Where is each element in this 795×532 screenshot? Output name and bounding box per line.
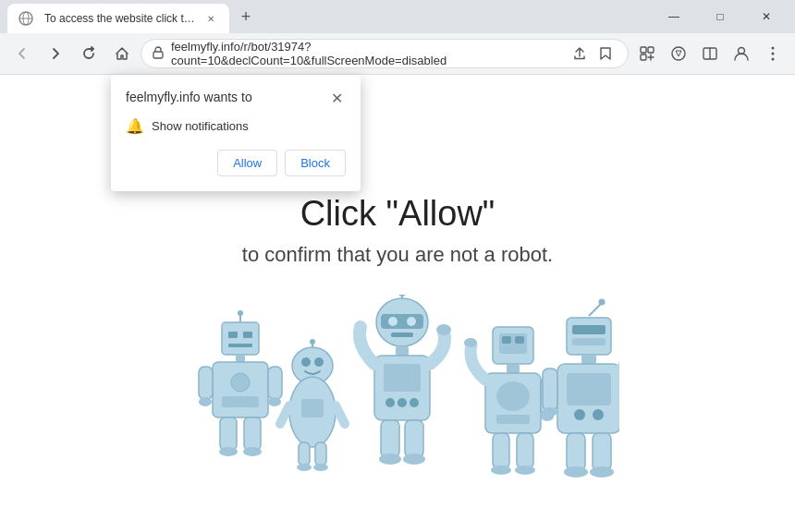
svg-rect-75 bbox=[517, 433, 533, 468]
share-icon[interactable] bbox=[569, 42, 591, 65]
window-controls: — □ ✕ bbox=[653, 2, 788, 31]
svg-rect-30 bbox=[244, 417, 261, 450]
forward-button[interactable] bbox=[41, 39, 70, 68]
svg-point-13 bbox=[772, 58, 775, 61]
svg-rect-4 bbox=[641, 47, 646, 53]
minimize-button[interactable]: — bbox=[653, 2, 695, 31]
tab-title: To access the website click the "/ bbox=[44, 12, 198, 25]
svg-point-58 bbox=[436, 324, 451, 335]
toolbar-icons bbox=[632, 39, 788, 68]
profile-button[interactable] bbox=[727, 39, 756, 68]
tab-close-icon[interactable]: ✕ bbox=[203, 11, 218, 26]
svg-rect-65 bbox=[502, 336, 511, 344]
svg-point-86 bbox=[574, 409, 585, 420]
bookmark-icon[interactable] bbox=[594, 42, 617, 65]
svg-point-61 bbox=[379, 453, 401, 465]
svg-point-56 bbox=[398, 398, 407, 407]
split-screen-icon[interactable] bbox=[695, 39, 725, 68]
page-subheading: to confirm that you are not a robot. bbox=[242, 243, 553, 267]
close-button[interactable]: ✕ bbox=[745, 2, 788, 31]
svg-rect-5 bbox=[648, 47, 654, 53]
popup-close-button[interactable]: ✕ bbox=[327, 90, 346, 108]
notification-popup: feelmyfly.info wants to ✕ 🔔 Show notific… bbox=[111, 75, 361, 191]
svg-point-62 bbox=[403, 453, 425, 465]
svg-point-35 bbox=[301, 357, 311, 367]
svg-point-90 bbox=[543, 407, 557, 417]
address-bar[interactable]: feelmyfly.info/r/bot/31974?count=10&decl… bbox=[141, 39, 629, 68]
svg-point-55 bbox=[385, 398, 395, 407]
svg-rect-19 bbox=[228, 344, 252, 347]
svg-rect-85 bbox=[567, 373, 611, 405]
home-button[interactable] bbox=[107, 39, 137, 68]
svg-rect-89 bbox=[543, 369, 557, 410]
popup-option-text: Show notifications bbox=[152, 119, 249, 133]
chrome-labs-icon[interactable] bbox=[664, 39, 693, 68]
svg-point-94 bbox=[590, 466, 614, 478]
popup-buttons: Allow Block bbox=[126, 150, 346, 176]
svg-point-71 bbox=[464, 338, 477, 347]
svg-rect-92 bbox=[593, 433, 611, 470]
svg-point-77 bbox=[515, 466, 535, 475]
svg-point-22 bbox=[231, 373, 250, 392]
svg-rect-16 bbox=[222, 322, 259, 355]
menu-button[interactable] bbox=[758, 39, 788, 68]
svg-point-46 bbox=[398, 295, 406, 296]
svg-rect-6 bbox=[641, 54, 646, 60]
lock-icon bbox=[153, 46, 164, 62]
page-heading: Click "Allow" bbox=[242, 194, 553, 234]
svg-point-7 bbox=[672, 47, 685, 60]
bell-icon: 🔔 bbox=[126, 117, 144, 135]
browser-tab[interactable]: To access the website click the "/ ✕ bbox=[7, 4, 229, 33]
svg-point-15 bbox=[238, 310, 243, 316]
allow-button[interactable]: Allow bbox=[217, 150, 277, 176]
svg-point-25 bbox=[199, 397, 212, 406]
svg-rect-80 bbox=[567, 318, 611, 355]
omnibox-actions bbox=[569, 42, 617, 65]
svg-rect-17 bbox=[228, 332, 238, 338]
svg-rect-18 bbox=[243, 332, 252, 338]
svg-rect-74 bbox=[493, 433, 509, 468]
svg-point-57 bbox=[410, 398, 419, 407]
title-bar: To access the website click the "/ ✕ + —… bbox=[0, 0, 795, 33]
tab-favicon-icon bbox=[18, 11, 33, 26]
svg-point-69 bbox=[496, 381, 530, 411]
svg-rect-20 bbox=[236, 355, 245, 362]
svg-rect-38 bbox=[301, 399, 324, 417]
svg-point-50 bbox=[407, 317, 416, 326]
back-button[interactable] bbox=[7, 39, 37, 68]
popup-header: feelmyfly.info wants to ✕ bbox=[126, 90, 346, 108]
url-text: feelmyfly.info/r/bot/31974?count=10&decl… bbox=[171, 40, 561, 67]
popup-option: 🔔 Show notifications bbox=[126, 117, 346, 135]
svg-rect-26 bbox=[268, 367, 282, 399]
block-button[interactable]: Block bbox=[285, 150, 346, 176]
maximize-button[interactable]: □ bbox=[699, 2, 741, 31]
extensions-button[interactable] bbox=[632, 39, 662, 68]
main-content: Click "Allow" to confirm that you are no… bbox=[242, 194, 553, 267]
svg-rect-60 bbox=[405, 420, 423, 457]
svg-point-27 bbox=[268, 397, 281, 406]
svg-rect-91 bbox=[567, 433, 585, 470]
page-content: feelmyfly.info wants to ✕ 🔔 Show notific… bbox=[0, 75, 795, 532]
svg-rect-24 bbox=[199, 367, 213, 399]
svg-line-78 bbox=[589, 304, 601, 316]
svg-point-33 bbox=[310, 339, 315, 345]
popup-title: feelmyfly.info wants to bbox=[126, 90, 252, 104]
robots-illustration bbox=[176, 285, 619, 489]
svg-rect-70 bbox=[496, 415, 530, 424]
svg-rect-41 bbox=[299, 442, 310, 466]
svg-point-76 bbox=[491, 466, 511, 475]
svg-rect-48 bbox=[381, 314, 423, 329]
new-tab-button[interactable]: + bbox=[233, 4, 259, 30]
svg-line-39 bbox=[280, 405, 289, 424]
refresh-button[interactable] bbox=[74, 39, 104, 68]
svg-point-49 bbox=[388, 317, 398, 326]
svg-point-93 bbox=[564, 466, 588, 478]
svg-rect-28 bbox=[220, 417, 237, 450]
svg-point-11 bbox=[772, 47, 775, 50]
svg-rect-67 bbox=[507, 364, 520, 373]
svg-point-31 bbox=[243, 447, 262, 456]
svg-rect-81 bbox=[572, 325, 605, 334]
svg-point-79 bbox=[599, 298, 605, 305]
svg-rect-3 bbox=[153, 52, 163, 58]
svg-rect-83 bbox=[581, 355, 596, 364]
